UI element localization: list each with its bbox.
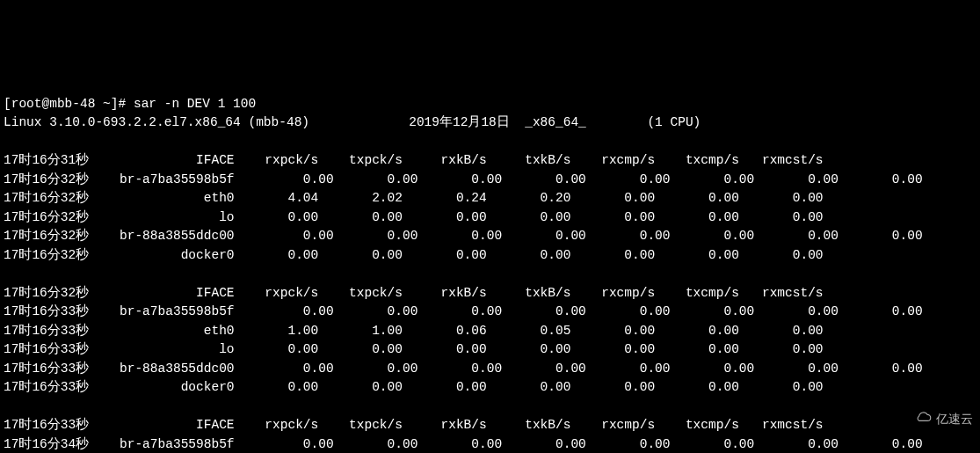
watermark: 亿速云: [899, 391, 973, 449]
shell-prompt: [root@mbb-48 ~]#: [4, 97, 134, 111]
sar-output: 17时16分31秒 IFACE rxpck/s txpck/s rxkB/s t…: [4, 153, 923, 453]
terminal-output[interactable]: [root@mbb-48 ~]# sar -n DEV 1 100 Linux …: [0, 95, 980, 454]
system-line: Linux 3.10.0-693.2.2.el7.x86_64 (mbb-48)…: [4, 115, 701, 129]
watermark-text: 亿速云: [936, 410, 973, 429]
cloud-icon: [899, 391, 933, 449]
command-text: sar -n DEV 1 100: [134, 97, 256, 111]
